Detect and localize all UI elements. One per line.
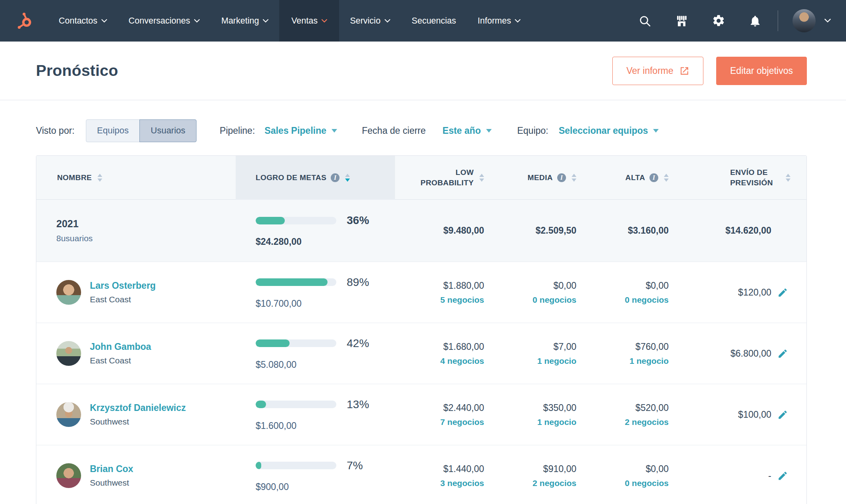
media-amount: $350,00	[543, 403, 576, 413]
deals-link[interactable]: 0 negocios	[625, 295, 669, 305]
toggle-usuarios-button[interactable]: Usuarios	[139, 119, 197, 142]
header-actions: Ver informe Editar objetivos	[612, 57, 807, 85]
forecast-amount: $100,00	[738, 409, 771, 420]
hubspot-logo[interactable]	[15, 12, 34, 30]
goal-progress-bar	[256, 339, 336, 347]
account-chevron-down-icon[interactable]	[824, 19, 831, 23]
nav-item-contactos[interactable]: Contactos	[48, 0, 118, 42]
sort-arrows-icon	[572, 174, 576, 182]
nav-item-informes[interactable]: Informes	[467, 0, 532, 42]
top-navbar: Contactos Conversaciones Marketing Venta…	[0, 0, 846, 42]
column-header-media[interactable]: Media	[488, 156, 580, 200]
column-header-low-probability[interactable]: Low Probability	[395, 156, 488, 200]
alta-amount: $760,00	[635, 341, 669, 352]
notifications-bell-icon[interactable]	[749, 14, 762, 28]
user-name-link[interactable]: Lars Osterberg	[90, 280, 156, 291]
table-row: John Gamboa East Coast 42% $5.080,00 $1.…	[36, 323, 806, 384]
deals-link[interactable]: 2 negocios	[625, 417, 669, 427]
summary-user-count: 8usuarios	[56, 234, 93, 243]
media-amount: $7,00	[553, 341, 576, 352]
view-toggle: Equipos Usuarios	[86, 119, 197, 142]
table-row: Krzysztof Danielewicz Southwest 13% $1.6…	[36, 384, 806, 445]
nav-item-ventas[interactable]: Ventas	[279, 0, 339, 42]
deals-link[interactable]: 0 negocios	[625, 478, 669, 488]
deals-link[interactable]: 5 negocios	[440, 295, 484, 305]
goal-progress-bar	[256, 462, 336, 469]
chevron-down-icon	[385, 19, 390, 23]
deals-link[interactable]: 0 negocios	[532, 295, 576, 305]
edit-forecast-icon[interactable]	[777, 470, 788, 481]
column-header-nombre[interactable]: Nombre	[36, 156, 236, 200]
chevron-down-icon	[322, 19, 327, 23]
team-label: Equipo:	[517, 125, 548, 136]
settings-gear-icon[interactable]	[712, 14, 725, 28]
goal-percent: 42%	[347, 337, 369, 350]
table-header-row: Nombre Logro de metas Low Probability Me…	[36, 156, 806, 200]
avatar	[56, 280, 81, 305]
sort-arrows-icon-active-desc	[345, 174, 350, 182]
deals-link[interactable]: 2 negocios	[532, 478, 576, 488]
pipeline-dropdown[interactable]: Sales Pipeline	[264, 125, 337, 136]
info-icon[interactable]	[649, 173, 658, 182]
user-name-link[interactable]: Krzysztof Danielewicz	[90, 403, 186, 413]
deals-link[interactable]: 7 negocios	[440, 417, 484, 427]
goal-percent: 89%	[347, 276, 369, 289]
close-date-dropdown[interactable]: Este año	[443, 125, 492, 136]
info-icon[interactable]	[331, 173, 340, 182]
media-total: $2.509,50	[536, 225, 576, 236]
chevron-down-icon	[101, 19, 107, 23]
nav-item-secuencias[interactable]: Secuencias	[401, 0, 467, 42]
marketplace-icon[interactable]	[675, 14, 689, 28]
deals-link[interactable]: 1 negocio	[537, 417, 576, 427]
table-row: Brian Cox Southwest 7% $900,00 $1.440,00…	[36, 445, 806, 504]
toggle-equipos-button[interactable]: Equipos	[86, 119, 140, 142]
low-probability-amount: $1.680,00	[443, 341, 484, 352]
chevron-down-icon	[194, 19, 200, 23]
nav-item-servicio[interactable]: Servicio	[339, 0, 401, 42]
nav-menu: Contactos Conversaciones Marketing Venta…	[48, 0, 531, 42]
goal-amount: $900,00	[256, 482, 289, 492]
column-header-alta[interactable]: Alta	[580, 156, 673, 200]
low-probability-amount: $2.440,00	[443, 403, 484, 413]
avatar	[56, 463, 81, 488]
user-name-link[interactable]: John Gamboa	[90, 341, 151, 352]
low-probability-amount: $1.880,00	[443, 280, 484, 291]
close-date-label: Fecha de cierre	[362, 125, 426, 136]
nav-utilities	[615, 9, 831, 32]
deals-link[interactable]: 1 negocio	[630, 356, 669, 366]
column-header-logro-de-metas[interactable]: Logro de metas	[236, 156, 395, 200]
low-probability-total: $9.480,00	[443, 225, 484, 236]
alta-total: $3.160,00	[628, 225, 669, 236]
team-dropdown[interactable]: Seleccionar equipos	[559, 125, 659, 136]
edit-forecast-icon[interactable]	[777, 348, 788, 359]
user-team: Southwest	[90, 478, 133, 488]
forecast-table: Nombre Logro de metas Low Probability Me…	[36, 155, 807, 504]
view-report-button[interactable]: Ver informe	[612, 57, 703, 85]
nav-item-marketing[interactable]: Marketing	[211, 0, 279, 42]
alta-amount: $0,00	[645, 280, 669, 291]
deals-link[interactable]: 1 negocio	[537, 356, 576, 366]
goal-percent: 36%	[347, 214, 369, 227]
nav-item-conversaciones[interactable]: Conversaciones	[118, 0, 211, 42]
deals-link[interactable]: 4 negocios	[440, 356, 484, 366]
goal-progress-bar	[256, 278, 336, 286]
goal-amount: $5.080,00	[256, 359, 296, 370]
edit-forecast-icon[interactable]	[777, 287, 788, 298]
edit-goals-button[interactable]: Editar objetivos	[716, 57, 807, 85]
summary-row: 2021 8usuarios 36% $24.280,00 $9.480,00 …	[36, 200, 806, 262]
sort-arrows-icon	[97, 174, 102, 182]
user-name-link[interactable]: Brian Cox	[90, 464, 133, 474]
goal-progress-bar	[256, 401, 336, 408]
media-amount: $910,00	[543, 464, 576, 474]
edit-forecast-icon[interactable]	[777, 409, 788, 420]
user-avatar[interactable]	[792, 9, 816, 32]
column-header-envio-de-prevision[interactable]: Envío de previsión	[673, 156, 806, 200]
external-link-icon	[679, 66, 689, 76]
avatar	[56, 402, 81, 427]
forecast-amount: $6.800,00	[731, 348, 771, 359]
search-icon[interactable]	[638, 14, 651, 28]
alta-amount: $520,00	[635, 403, 669, 413]
forecast-total: $14.620,00	[725, 225, 771, 236]
info-icon[interactable]	[557, 173, 566, 182]
deals-link[interactable]: 3 negocios	[440, 478, 484, 488]
